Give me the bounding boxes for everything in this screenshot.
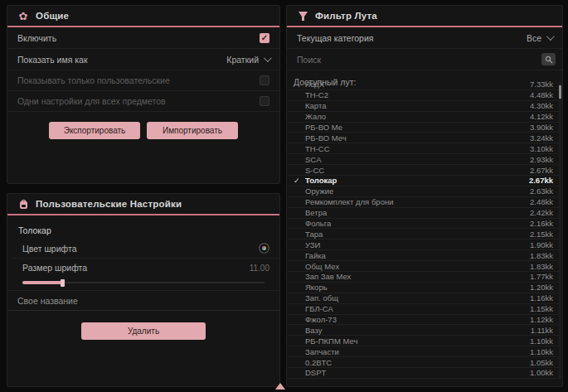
category-row: Текущая категория Все [287, 27, 562, 49]
loot-row[interactable]: ЛедХ7.33kk [288, 80, 561, 90]
loot-row[interactable]: Фольга2.16kk [288, 219, 561, 230]
general-panel: ✿ Общие Включить ✓ Показать имя как Крат… [7, 5, 280, 184]
loot-item-value: 2.16kk [530, 219, 553, 228]
name-mode-dropdown[interactable]: Краткий [226, 55, 269, 65]
import-button[interactable]: Импортировать [147, 122, 238, 139]
font-color-row: Цвет шрифта [12, 239, 279, 259]
loot-item-value: 1.00kk [530, 368, 553, 377]
loot-row[interactable]: Ремкомплект для брони2.48kk [288, 197, 561, 208]
category-value: Все [527, 33, 541, 43]
loot-item-name: Якорь [305, 283, 530, 292]
loot-item-name: Ветра [305, 208, 530, 217]
loot-item-value: 4.30kk [530, 101, 553, 110]
loot-row[interactable]: Общ Мех1.83kk [288, 261, 561, 272]
loot-item-name: SCA [305, 155, 530, 164]
loot-item-value: 2.67kk [529, 176, 553, 185]
enable-checkbox[interactable]: ✓ [260, 33, 269, 43]
loot-item-name: Зап. общ [305, 293, 530, 302]
loot-item-value: 1.83kk [530, 251, 553, 260]
loot-item-name: DSPT [305, 368, 530, 377]
loot-row[interactable]: Карта4.30kk [288, 101, 561, 112]
loot-item-value: 2.63kk [530, 186, 553, 196]
loot-filter-header: Фильтр Лута [287, 6, 562, 27]
loot-item-name: S-CC [305, 166, 530, 175]
loot-row[interactable]: УЗИ1.90kk [288, 240, 561, 250]
loot-row[interactable]: Гайка1.83kk [288, 250, 561, 261]
search-input[interactable] [287, 55, 562, 65]
loot-row[interactable]: ГБЛ-СА1.15kk [288, 304, 561, 315]
loot-row[interactable]: Ветра2.42kk [288, 208, 561, 219]
loot-item-name: РБ-ВО Ме [305, 123, 530, 132]
loot-row[interactable]: Зап Зав Мех1.77kk [288, 272, 561, 283]
loot-item-name: 0.2BTC [305, 358, 530, 367]
loot-row[interactable]: 0.2BTC1.05kk [288, 357, 561, 368]
gear-icon: ✿ [17, 10, 29, 22]
loot-item-value: 1.11kk [531, 326, 553, 335]
delete-button[interactable]: Удалить [81, 322, 206, 340]
font-size-row: Размер шрифта 11.00 [12, 259, 279, 277]
loot-row[interactable]: DSPT1.00kk [288, 368, 561, 379]
loot-item-value: 1.77kk [530, 272, 553, 281]
only-custom-checkbox[interactable] [260, 75, 269, 85]
name-mode-value: Краткий [226, 55, 259, 65]
loot-item-value: 1.20kk [530, 283, 553, 292]
category-dropdown[interactable]: Все [527, 33, 552, 43]
loot-item-name: Толокар [305, 176, 529, 185]
loot-item-name: ГБЛ-СА [305, 304, 530, 313]
setting-row-name-mode: Показать имя как Краткий [7, 49, 279, 70]
loot-item-name: ЛедХ [305, 80, 530, 89]
same-settings-checkbox[interactable] [260, 96, 269, 106]
loot-row[interactable]: Оружие2.63kk [288, 186, 561, 197]
font-size-slider[interactable] [22, 278, 265, 287]
loot-row[interactable]: Вазу1.11kk [288, 325, 561, 336]
loot-item-name: ТН-СС [305, 144, 530, 153]
loot-row[interactable]: РБ-ВО Меч3.24kk [288, 133, 561, 143]
loot-row[interactable]: SCA2.93kk [288, 154, 561, 165]
loot-row[interactable]: ТН-СС3.10kk [288, 143, 561, 154]
scrollbar-thumb[interactable] [559, 85, 561, 99]
loot-list: ЛедХ7.33kkТН-С24.48kkКарта4.30kkЖало4.12… [288, 80, 561, 380]
loot-item-value: 3.24kk [530, 133, 553, 143]
loot-row[interactable]: Фжол-731.12kk [288, 315, 561, 326]
chevron-down-icon [546, 32, 555, 41]
loot-row[interactable]: S-CC2.67kk [288, 165, 561, 176]
loot-item-name: Карта [305, 101, 530, 110]
custom-name-input[interactable] [7, 291, 279, 311]
loot-item-value: 3.90kk [530, 123, 553, 132]
loot-item-value: 1.15kk [530, 304, 553, 313]
search-icon[interactable] [541, 53, 556, 65]
loot-row[interactable]: РБ-ВО Ме3.90kk [288, 123, 561, 133]
loot-item-value: 2.48kk [530, 197, 553, 206]
loot-list-scrollbar[interactable] [559, 82, 561, 378]
loot-row[interactable]: ТН-С24.48kk [288, 90, 561, 101]
loot-filter-title: Фильтр Лута [315, 11, 377, 21]
loot-row[interactable]: Жало4.12kk [288, 112, 561, 123]
loot-item-value: 1.05kk [530, 358, 553, 367]
loot-item-name: Оружие [305, 186, 530, 196]
loot-row[interactable]: Тара2.15kk [288, 229, 561, 240]
slider-handle[interactable] [61, 279, 65, 287]
loot-item-value: 1.16kk [530, 293, 553, 302]
loot-row[interactable]: ✓Толокар2.67kk [288, 176, 561, 186]
loot-item-name: Фольга [305, 219, 530, 228]
loot-row[interactable]: Запчасти1.10kk [288, 346, 561, 357]
expand-collapse-handle[interactable] [275, 383, 285, 390]
loot-row[interactable]: РБ-ПКПМ Меч1.10kk [288, 336, 561, 346]
color-picker-icon[interactable] [259, 243, 269, 254]
setting-row-enable: Включить ✓ [7, 27, 279, 49]
loot-item-value: 1.90kk [530, 240, 553, 249]
loot-item-value: 7.33kk [530, 80, 553, 89]
loot-item-name: РБ-ВО Меч [305, 133, 530, 143]
loot-row[interactable]: Якорь1.20kk [288, 283, 561, 293]
selected-item-name: Толокар [7, 215, 279, 239]
search-row [287, 49, 562, 70]
export-button[interactable]: Экспортировать [49, 122, 140, 139]
font-size-value: 11.00 [250, 264, 269, 273]
loot-item-value: 2.15kk [530, 230, 553, 239]
loot-item-name: Ремкомплект для брони [305, 197, 530, 206]
loot-row[interactable]: Зап. общ1.16kk [288, 293, 561, 304]
slider-fill [22, 281, 62, 284]
loot-filter-panel: Фильтр Лута Текущая категория Все Доступ… [286, 5, 563, 387]
loot-item-name: УЗИ [305, 240, 530, 249]
loot-item-value: 4.48kk [530, 90, 553, 99]
